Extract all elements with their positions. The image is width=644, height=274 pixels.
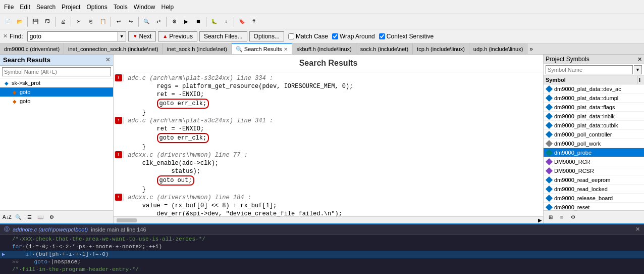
right-panel-close-btn[interactable]: ✕ [637,56,642,63]
close-find-btn[interactable]: ✕ [3,33,8,39]
tab-search-results-close[interactable]: ✕ [284,47,288,52]
menu-edit[interactable]: Edit [20,4,30,11]
right-item-7[interactable]: dm9000_probe [544,148,644,157]
right-item-5[interactable]: dm9000_poll_controller [544,130,644,139]
right-tool-3[interactable]: ⚙ [568,212,578,222]
right-item-12[interactable]: dm9000_release_board [544,194,644,203]
tab-sockh[interactable]: sock.h (include\net) [356,43,413,55]
menu-search[interactable]: Search [36,4,56,11]
sep2 [55,17,56,27]
code-text-3-1: clk_enable(adc->clk); [124,159,543,167]
error-marker-3: ! [115,151,122,158]
menu-help[interactable]: Help [161,4,174,11]
find-dropdown-btn[interactable]: ▼ [118,31,126,41]
next-button[interactable]: ▼ Next [128,31,156,41]
tab-skbuff[interactable]: skbuff.h (include\linux) [292,43,356,55]
right-item-10[interactable]: dm9000_read_eeprom [544,175,644,185]
right-tool-2[interactable]: ≡ [557,212,567,222]
compile-btn[interactable]: ⚙ [169,16,180,27]
sidebar-settings-btn[interactable]: ⚙ [46,212,57,222]
tree-item-sk-prot[interactable]: ◆ sk->sk_prot [0,78,113,87]
menu-project[interactable]: Project [62,4,80,11]
tree-item-goto-2[interactable]: ◆ goto [0,97,113,106]
gutter-3: ! [114,151,124,158]
code-scroll[interactable]: ! adc.c (arch\arm\plat-s3c24xx) line 334… [114,72,543,216]
right-item-0[interactable]: dm9000_plat_data::dev_ac [544,84,644,94]
wrap-around-label: Wrap Around [340,33,375,40]
menu-window[interactable]: Window [134,4,155,11]
replace-btn[interactable]: ⇄ [153,16,164,27]
wrap-around-checkbox[interactable] [332,33,338,39]
sidebar-filter-input[interactable] [2,67,111,76]
options-label: Options... [254,33,280,40]
right-tool-1[interactable]: ⊞ [546,212,556,222]
right-filter-dropdown[interactable]: ▼ [634,65,642,74]
redo-btn[interactable]: ↪ [125,16,136,27]
menu-tools[interactable]: Tools [114,4,128,11]
horizontal-scrollbar[interactable]: ▶ [114,216,543,223]
code-line-1-2: ret = -ENXIO; [114,90,543,99]
new-file-btn[interactable]: 📄 [2,16,13,27]
tab-inet-conn[interactable]: inet_connection_sock.h (include\net) [64,43,163,55]
debug-btn[interactable]: 🐛 [208,16,220,27]
tab-tcph[interactable]: tcp.h (include\linux) [413,43,469,55]
tab-inet-sock[interactable]: inet_sock.h (include\net) [163,43,232,55]
options-button[interactable]: Options... [249,31,284,41]
search-btn[interactable]: 🔍 [141,16,152,27]
find-input[interactable] [27,31,118,41]
menu-file[interactable]: File [4,4,14,11]
right-item-8[interactable]: DM9000_RCR [544,157,644,166]
tree-item-goto-1[interactable]: ◆ goto [0,87,113,97]
menu-options[interactable]: Options [86,4,107,11]
context-sensitive-checkbox[interactable] [379,33,385,39]
match-case-group: Match Case [288,33,328,40]
right-item-11[interactable]: dm9000_read_locked [544,185,644,194]
save-btn[interactable]: 💾 [30,16,41,27]
search-files-button[interactable]: Search Files... [199,31,247,41]
cut-btn[interactable]: ✂ [73,16,84,27]
item-icon-9 [546,167,553,174]
right-filter-input[interactable] [546,65,633,74]
item-icon-6 [546,140,553,147]
scroll-right-btn[interactable]: ▶ [538,217,542,223]
previous-button[interactable]: ▲ Previous [158,31,197,41]
bottom-line-2: ▶ if·(buf[ph·+·i·+·1]·!=·0) [0,251,644,258]
bookmark-btn[interactable]: 🔖 [236,16,247,27]
tab-search-results[interactable]: 🔍 Search Results ✕ [232,43,293,55]
paste-btn[interactable]: 📋 [97,16,109,27]
right-item-4[interactable]: dm9000_plat_data::outblk [544,121,644,130]
h-scrollbar-thumb[interactable] [117,218,137,222]
tab-dm9000c[interactable]: dm9000.c (drivers\net) [0,43,64,55]
tab-overflow-btn[interactable]: » [527,45,535,53]
next-label: Next [139,33,152,40]
sidebar-list-btn[interactable]: ☰ [24,212,34,222]
sidebar-tree: ◆ sk->sk_prot ◆ goto ◆ goto [0,78,113,210]
right-item-1[interactable]: dm9000_plat_data::dumpl [544,94,644,103]
code-line-3-3: goto out; [114,175,543,186]
sidebar-az-btn[interactable]: A↓Z [2,212,12,222]
bottom-code-3: goto·|nospace; [21,258,81,266]
sidebar-book-btn[interactable]: 📖 [35,212,45,222]
goto-line-btn[interactable]: # [248,16,259,27]
open-file-btn[interactable]: 📂 [14,16,25,27]
sidebar-filter-btn[interactable]: 🔍 [13,212,23,222]
step-btn[interactable]: ↓ [221,16,232,27]
right-item-2[interactable]: dm9000_plat_data::flags [544,103,644,112]
stop-btn[interactable]: ⏹ [193,16,204,27]
print-btn[interactable]: 🖨 [58,16,69,27]
save-all-btn[interactable]: 🖫 [42,16,53,27]
item-icon-12 [546,195,553,202]
bottom-close-btn[interactable]: ✕ [635,226,640,233]
right-item-6[interactable]: dm9000_poll_work [544,139,644,148]
sidebar-close-btn[interactable]: ✕ [105,57,110,63]
copy-btn[interactable]: ⎘ [85,16,96,27]
sidebar-header: Search Results ✕ [0,55,113,66]
undo-btn[interactable]: ↩ [113,16,124,27]
tab-udph[interactable]: udp.h (include\linux) [469,43,527,55]
right-item-13[interactable]: dm9000_reset [544,203,644,210]
right-item-9[interactable]: DM9000_RCSR [544,166,644,175]
class-icon: ◆ [3,79,10,86]
match-case-checkbox[interactable] [288,33,294,39]
right-item-3[interactable]: dm9000_plat_data::inblk [544,112,644,121]
run-btn[interactable]: ▶ [181,16,192,27]
